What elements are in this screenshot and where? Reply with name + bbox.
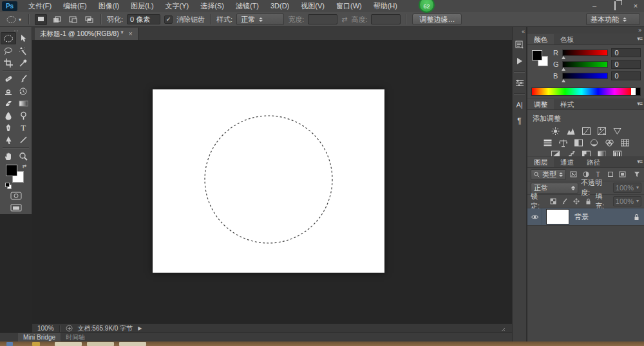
- document-canvas[interactable]: [153, 89, 384, 273]
- layer-visibility-toggle[interactable]: [527, 208, 542, 225]
- tab-adjustments[interactable]: 调整: [527, 99, 554, 109]
- tool-move[interactable]: [16, 32, 32, 44]
- tool-brush[interactable]: [16, 73, 32, 85]
- tool-eraser[interactable]: [1, 97, 16, 109]
- menu-edit[interactable]: 编辑(E): [57, 0, 93, 12]
- tool-eyedropper[interactable]: [16, 57, 32, 69]
- swap-dimensions-icon[interactable]: ⇄: [341, 15, 347, 24]
- red-slider[interactable]: [562, 50, 608, 56]
- blue-slider[interactable]: [562, 73, 608, 79]
- menu-image[interactable]: 图像(I): [93, 0, 125, 12]
- black-white-button[interactable]: [573, 138, 584, 147]
- spectrum-white[interactable]: [631, 88, 636, 95]
- add-to-selection-button[interactable]: [51, 14, 63, 25]
- menu-window[interactable]: 窗口(W): [330, 0, 368, 12]
- menu-layer[interactable]: 图层(L): [125, 0, 159, 12]
- minimize-button[interactable]: –: [589, 1, 600, 11]
- menu-3d[interactable]: 3D(D): [265, 0, 295, 12]
- tool-history-brush[interactable]: [16, 85, 32, 97]
- resize-grip-icon[interactable]: [499, 325, 507, 332]
- close-tab-icon[interactable]: ×: [129, 30, 133, 37]
- panel-menu-icon[interactable]: ▾≡: [637, 35, 642, 42]
- tab-paths[interactable]: 路径: [580, 157, 607, 167]
- restore-button[interactable]: [609, 1, 621, 11]
- history-panel-button[interactable]: [513, 39, 526, 51]
- tab-styles[interactable]: 样式: [554, 99, 580, 109]
- menu-help[interactable]: 帮助(H): [368, 0, 403, 12]
- quick-mask-icon[interactable]: [10, 192, 22, 200]
- layers-list[interactable]: 背景: [527, 208, 644, 346]
- style-dropdown[interactable]: 正常: [236, 14, 284, 25]
- properties-panel-button[interactable]: [513, 77, 526, 89]
- foreground-color-swatch[interactable]: [6, 165, 17, 176]
- tool-blur[interactable]: [1, 109, 16, 122]
- taskbar-item[interactable]: [87, 342, 114, 346]
- foreground-color-swatch[interactable]: [532, 50, 542, 60]
- tool-gradient[interactable]: [16, 97, 32, 109]
- feather-input[interactable]: 0 像素: [127, 14, 160, 24]
- tab-color[interactable]: 颜色: [527, 34, 554, 44]
- tool-magic-wand[interactable]: [16, 44, 32, 57]
- refine-edge-button[interactable]: 调整边缘…: [412, 14, 462, 25]
- color-spectrum-ramp[interactable]: [531, 87, 641, 96]
- exposure-button[interactable]: [596, 126, 607, 136]
- green-value[interactable]: 0: [611, 60, 641, 69]
- tab-timeline[interactable]: 时间轴: [61, 333, 90, 341]
- menu-view[interactable]: 视图(V): [295, 0, 330, 12]
- menu-filter[interactable]: 滤镜(T): [230, 0, 265, 12]
- spectrum-gradient[interactable]: [532, 88, 631, 95]
- color-lookup-button[interactable]: [619, 138, 630, 147]
- spectrum-black[interactable]: [636, 88, 640, 95]
- blue-value[interactable]: 0: [611, 71, 641, 80]
- tool-clone-stamp[interactable]: [1, 85, 16, 97]
- tool-hand[interactable]: [1, 150, 16, 162]
- tool-path-selection[interactable]: [1, 134, 16, 146]
- lock-all-icon[interactable]: [583, 197, 592, 206]
- zoom-level[interactable]: 100%: [37, 325, 54, 332]
- status-options-arrow-icon[interactable]: ▶: [138, 325, 142, 331]
- lock-transparency-icon[interactable]: [549, 197, 558, 206]
- tool-zoom[interactable]: [16, 150, 32, 162]
- default-colors-icon[interactable]: [5, 183, 12, 189]
- hue-saturation-button[interactable]: [542, 138, 553, 147]
- antialias-checkbox[interactable]: ✓: [164, 15, 173, 24]
- filter-pixel-layers-icon[interactable]: [569, 170, 578, 179]
- ps-logo[interactable]: Ps: [2, 1, 17, 11]
- tool-preset-picker[interactable]: ▾: [4, 14, 23, 25]
- paragraph-panel-button[interactable]: ¶: [513, 114, 526, 127]
- levels-button[interactable]: [565, 126, 576, 136]
- layer-row-background[interactable]: 背景: [527, 208, 644, 226]
- taskbar-item[interactable]: [6, 342, 13, 346]
- lock-position-icon[interactable]: [572, 197, 581, 206]
- swap-colors-icon[interactable]: ⇄: [23, 163, 27, 169]
- green-slider[interactable]: [562, 61, 608, 68]
- fill-field[interactable]: 100% ▾: [613, 196, 641, 206]
- tool-elliptical-marquee[interactable]: [1, 32, 16, 44]
- tool-line[interactable]: [16, 134, 32, 146]
- tab-layers[interactable]: 图层: [527, 157, 554, 167]
- tool-dodge[interactable]: [16, 109, 32, 122]
- menu-type[interactable]: 文字(Y): [160, 0, 195, 12]
- slider-marker[interactable]: [562, 68, 565, 71]
- intersect-selection-button[interactable]: [83, 14, 95, 25]
- width-input[interactable]: [308, 14, 337, 24]
- tool-crop[interactable]: [1, 57, 16, 69]
- collapse-dock-icon[interactable]: »: [638, 27, 641, 33]
- opacity-field[interactable]: 100% ▾: [613, 183, 641, 193]
- tool-spot-healing-brush[interactable]: [1, 73, 16, 85]
- filter-toggle-icon[interactable]: [632, 170, 641, 179]
- taskbar-item[interactable]: [119, 342, 146, 346]
- taskbar-item[interactable]: [32, 342, 40, 346]
- tool-lasso[interactable]: [1, 44, 16, 57]
- channel-mixer-button[interactable]: [603, 138, 615, 147]
- slider-marker[interactable]: [562, 56, 565, 59]
- lock-pixels-icon[interactable]: [560, 197, 569, 206]
- brightness-contrast-button[interactable]: [549, 126, 561, 136]
- tab-channels[interactable]: 通道: [554, 157, 580, 167]
- color-balance-button[interactable]: [557, 138, 569, 147]
- height-input[interactable]: [371, 14, 401, 24]
- character-panel-button[interactable]: A|: [513, 98, 526, 111]
- layer-thumbnail[interactable]: [546, 209, 569, 224]
- subtract-from-selection-button[interactable]: [67, 14, 79, 25]
- screen-mode-icon[interactable]: [10, 204, 22, 212]
